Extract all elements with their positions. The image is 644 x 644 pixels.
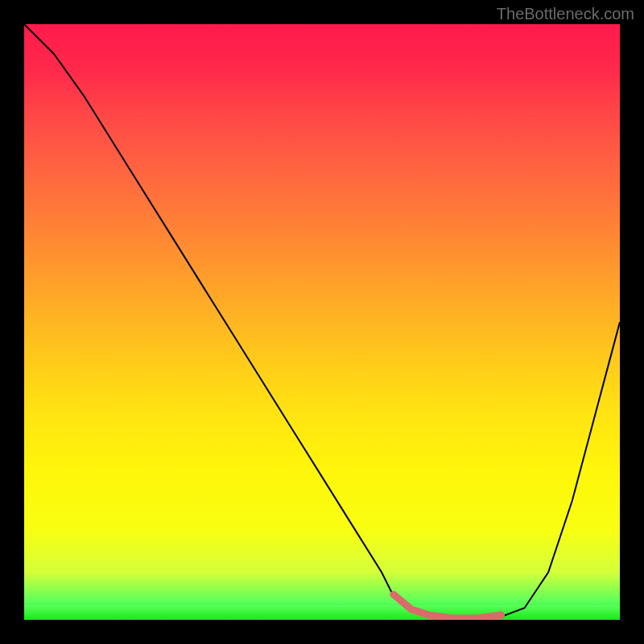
bottleneck-curve xyxy=(24,24,620,620)
chart-plot-area xyxy=(24,24,620,620)
optimal-range-marker xyxy=(24,24,620,620)
gradient-bottom-strip xyxy=(24,605,620,620)
watermark-text: TheBottleneck.com xyxy=(497,5,634,23)
